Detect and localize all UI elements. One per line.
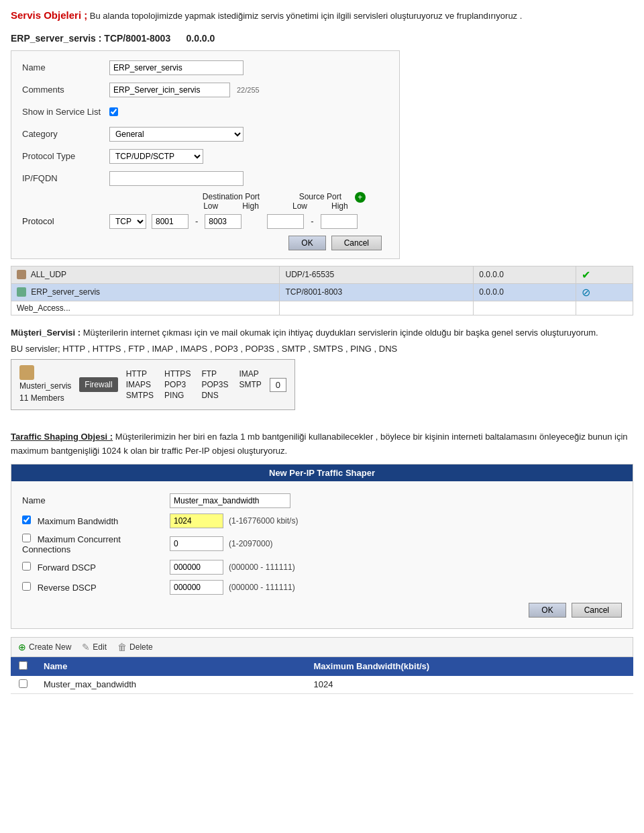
edit-icon: ✎ [82, 642, 90, 652]
port-headers: Destination Port Low High Source Port Lo… [109, 192, 388, 211]
ip-fqdn-row: IP/FQDN [22, 170, 388, 187]
dest-high-label: High [242, 201, 259, 211]
shaper-revdscp-input[interactable] [170, 580, 223, 595]
table-row[interactable]: Muster_max_bandwidth 1024 [11, 676, 633, 694]
tag-pop3s: POP3S [201, 380, 228, 389]
ok-button[interactable]: OK [288, 236, 325, 250]
dest-high-input[interactable] [205, 214, 241, 229]
delete-icon: 🗑 [117, 642, 127, 652]
protocol-type-label: Protocol Type [22, 151, 109, 161]
form-buttons: OK Cancel [22, 236, 388, 250]
ip-fqdn-input[interactable] [109, 171, 244, 186]
cancel-button[interactable]: Cancel [331, 236, 382, 250]
service-table: ALL_UDP UDP/1-65535 0.0.0.0 ✔ ERP_server… [11, 266, 633, 315]
source-high-input[interactable] [321, 214, 358, 229]
row-checkbox-cell [11, 676, 36, 694]
shaper-revdscp-label: Reverse DSCP [22, 582, 170, 593]
bottom-table: Name Maximum Bandwidth(kbit/s) Muster_ma… [11, 657, 633, 694]
table-row[interactable]: ALL_UDP UDP/1-65535 0.0.0.0 ✔ [11, 266, 633, 283]
tag-imaps: IMAPS [126, 380, 154, 389]
service-check [576, 301, 633, 315]
edit-button[interactable]: ✎ Edit [82, 642, 107, 652]
col-name-header: Name [36, 657, 306, 676]
fwd-dscp-checkbox[interactable] [22, 562, 31, 571]
dest-port-group: Destination Port Low High [183, 192, 279, 211]
check-icon: ✔ [582, 269, 590, 281]
service-proto: TCP/8001-8003 [280, 283, 474, 301]
show-service-checkbox[interactable] [109, 107, 118, 116]
service-icon [17, 287, 26, 297]
shaper-name-label: Name [22, 495, 170, 505]
category-control: General [109, 127, 244, 142]
shaper-fwddscp-hint: (000000 - 111111) [229, 562, 295, 572]
name-control [109, 60, 244, 75]
bottom-toolbar: ⊕ Create New ✎ Edit 🗑 Delete [11, 637, 633, 657]
table-row[interactable]: ERP_server_servis TCP/8001-8003 0.0.0.0 … [11, 283, 633, 301]
musteri-title: Müşteri_Servisi : Müşterilerin internet … [11, 326, 633, 340]
select-all-checkbox[interactable] [19, 661, 28, 670]
musteri-title-bold: Müşteri_Servisi : [11, 328, 80, 338]
service-icon-cell: ALL_UDP [11, 266, 280, 283]
shaper-maxconn-hint: (1-2097000) [229, 539, 272, 548]
protocol-type-select[interactable]: TCP/UDP/SCTP [109, 149, 203, 164]
service-ip: 0.0.0.0 [474, 283, 576, 301]
delete-label: Delete [129, 642, 153, 652]
row-checkbox[interactable] [19, 679, 28, 688]
service-name: Web_Access... [17, 303, 70, 313]
tag-ftp: FTP [201, 369, 228, 379]
shaper-name-input[interactable] [170, 493, 290, 508]
comments-row: Comments 22/255 [22, 81, 388, 99]
comments-input[interactable] [109, 83, 230, 97]
protocol-label: Protocol [22, 216, 109, 226]
max-conn-checkbox[interactable] [22, 534, 31, 542]
shaper-maxconn-row: Maximum Concurrent Connections (1-209700… [22, 534, 622, 554]
shaper-fwddscp-row: Forward DSCP (000000 - 111111) [22, 560, 622, 575]
erp-title: ERP_server_servis : TCP/8001-8003 0.0.0.… [11, 33, 633, 44]
service-icon-cell: Web_Access... [11, 301, 280, 315]
service-ip: 0.0.0.0 [474, 266, 576, 283]
shaper-cancel-button[interactable]: Cancel [572, 603, 622, 618]
shaper-form: New Per-IP Traffic Shaper Name Maximum B… [11, 464, 633, 629]
dest-low-label: Low [203, 201, 218, 211]
taraffic-title-underline: Taraffic Shaping Objesi : [11, 432, 113, 442]
source-port-label: Source Port [292, 192, 348, 201]
musteri-group-box: Musteri_servis 11 Members Firewall HTTP … [11, 359, 295, 410]
tag-dns: DNS [201, 391, 228, 400]
show-service-checkbox-area [109, 107, 118, 116]
shaper-ok-button[interactable]: OK [529, 603, 566, 618]
service-check: ✔ [576, 266, 633, 283]
dest-low-input[interactable] [152, 214, 189, 229]
protocol-type-row: Protocol Type TCP/UDP/SCTP [22, 148, 388, 165]
tag-https: HTTPS [164, 369, 191, 379]
service-proto [280, 301, 474, 315]
table-row[interactable]: Web_Access... [11, 301, 633, 315]
taraffic-section: Taraffic Shaping Objesi : Müşterilerimiz… [11, 430, 633, 694]
protocol-select[interactable]: TCP [109, 214, 146, 229]
category-select[interactable]: General [109, 127, 244, 142]
shaper-maxconn-input[interactable] [170, 536, 223, 551]
name-row: Name [22, 59, 388, 77]
tag-ping: PING [164, 391, 191, 400]
services-list: BU servisler; HTTP , HTTPS , FTP , IMAP … [11, 344, 633, 354]
shaper-fwddscp-input[interactable] [170, 560, 223, 575]
source-low-input[interactable] [267, 214, 304, 229]
show-service-label: Show in Service List [22, 107, 109, 117]
row-bandwidth: 1024 [306, 676, 633, 694]
show-service-row: Show in Service List [22, 103, 388, 121]
max-bw-checkbox[interactable] [22, 516, 31, 524]
section-title: Servis Objeleri ; [11, 9, 87, 21]
add-source-port-button[interactable]: + [355, 192, 366, 203]
create-new-button[interactable]: ⊕ Create New [18, 642, 71, 652]
shaper-maxbw-input[interactable] [170, 513, 223, 528]
create-icon: ⊕ [18, 642, 26, 652]
group-members: 11 Members [19, 392, 71, 404]
delete-button[interactable]: 🗑 Delete [117, 642, 153, 652]
shaper-header: New Per-IP Traffic Shaper [11, 464, 633, 481]
shaper-body: Name Maximum Bandwidth (1-16776000 kbit/… [11, 488, 633, 628]
service-name: ALL_UDP [31, 270, 66, 279]
name-label: Name [22, 62, 109, 72]
group-name: Musteri_servis [19, 380, 71, 392]
rev-dscp-checkbox[interactable] [22, 582, 31, 591]
shaper-maxbw-row: Maximum Bandwidth (1-16776000 kbit/s) [22, 513, 622, 528]
name-input[interactable] [109, 60, 244, 75]
